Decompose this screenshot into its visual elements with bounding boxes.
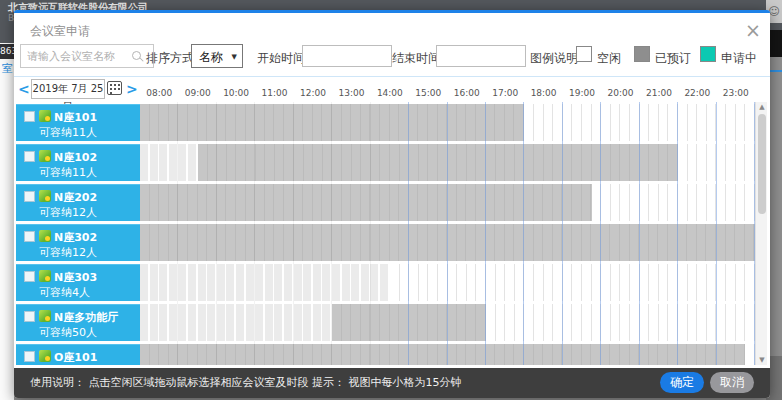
room-capacity: 可容纳4人 — [39, 285, 90, 300]
left-badge: 863 — [0, 44, 14, 59]
sort-select-value: 名称 — [199, 50, 223, 64]
time-label: 10:00 — [217, 88, 255, 101]
room-capacity: 可容纳11人 — [39, 165, 97, 180]
legend-label: 图例说明: — [530, 50, 582, 67]
booked-block — [332, 304, 486, 341]
scroll-down-icon[interactable]: ▼ — [756, 356, 768, 364]
footer-instructions: 使用说明： 点击空闲区域拖动鼠标选择相应会议室及时段 提示： 视图中每小格为15… — [30, 368, 462, 398]
time-label: 18:00 — [524, 88, 562, 101]
time-label: 09:00 — [178, 88, 216, 101]
legend-applying-label: 申请中 — [721, 50, 757, 67]
date-field[interactable]: 2019年 7月 25日 — [31, 79, 105, 99]
cancel-button[interactable]: 取消 — [710, 372, 754, 393]
room-item[interactable]: N座多功能厅可容纳50人 — [16, 304, 140, 341]
room-name: N座303 — [54, 270, 97, 285]
legend-booked-swatch — [634, 46, 650, 62]
dialog-title: 会议室申请 — [30, 23, 90, 40]
room-checkbox[interactable] — [24, 191, 35, 202]
room-icon — [39, 270, 51, 282]
time-label: 17:00 — [486, 88, 524, 101]
legend-free-label: 空闲 — [597, 50, 621, 67]
room-icon — [39, 110, 51, 122]
booked-block — [140, 344, 745, 365]
time-label: 21:00 — [640, 88, 678, 101]
chevron-down-icon: ▼ — [232, 45, 237, 69]
scroll-up-icon[interactable]: ▲ — [756, 103, 768, 111]
time-label: 11:00 — [255, 88, 293, 101]
room-checkbox[interactable] — [24, 311, 35, 322]
start-time-input[interactable] — [302, 45, 392, 67]
left-link[interactable]: 室 — [2, 61, 13, 76]
room-icon — [39, 350, 51, 362]
room-item[interactable]: N座303可容纳4人 — [16, 264, 140, 301]
schedule-row[interactable] — [140, 224, 755, 261]
legend-applying-swatch — [700, 46, 716, 62]
time-label: 12:00 — [294, 88, 332, 101]
room-name: O座101 — [54, 350, 97, 365]
next-day-button[interactable]: > — [126, 80, 138, 98]
free-future-cells[interactable] — [390, 264, 755, 301]
room-capacity: 可容纳50人 — [39, 325, 97, 340]
time-label: 19:00 — [563, 88, 601, 101]
schedule-row[interactable] — [140, 304, 755, 341]
room-checkbox[interactable] — [24, 351, 35, 362]
time-label: 20:00 — [601, 88, 639, 101]
free-past-cells[interactable] — [140, 264, 390, 301]
time-label: 23:00 — [717, 88, 755, 101]
room-checkbox[interactable] — [24, 111, 35, 122]
scrollbar-thumb[interactable] — [758, 114, 766, 214]
room-icon — [39, 190, 51, 202]
sort-select[interactable]: 名称 ▼ — [191, 44, 243, 68]
room-name: N座102 — [54, 150, 97, 165]
room-capacity: 可容纳12人 — [39, 245, 97, 260]
schedule-row[interactable] — [140, 344, 755, 365]
room-checkbox[interactable] — [24, 151, 35, 162]
room-icon — [39, 230, 51, 242]
room-capacity: 可容纳12人 — [39, 205, 97, 220]
page-blue-edge — [770, 70, 782, 72]
room-item[interactable]: O座101 — [16, 344, 140, 365]
booked-block — [198, 144, 678, 181]
booked-block — [140, 184, 592, 221]
end-time-input[interactable] — [436, 45, 526, 67]
prev-day-button[interactable]: < — [18, 80, 30, 98]
time-header: 08:0009:0010:0011:0012:0013:0014:0015:00… — [140, 88, 755, 101]
room-name: N座202 — [54, 190, 97, 205]
schedule-row[interactable] — [140, 264, 755, 301]
toolbar-divider — [14, 76, 770, 77]
room-name: N座101 — [54, 110, 97, 125]
schedule-row[interactable] — [140, 144, 755, 181]
close-icon[interactable]: × — [745, 20, 761, 40]
legend-booked-label: 已预订 — [655, 50, 691, 67]
room-icon — [39, 150, 51, 162]
scrollbar[interactable]: ▲ ▼ — [755, 102, 767, 365]
room-capacity: 可容纳11人 — [39, 125, 97, 140]
ok-button[interactable]: 确定 — [660, 372, 704, 393]
legend-free-swatch — [576, 46, 592, 62]
booked-block — [140, 224, 755, 261]
room-item[interactable]: N座101可容纳11人 — [16, 104, 140, 141]
room-item[interactable]: N座302可容纳12人 — [16, 224, 140, 261]
dialog-accent-bar — [14, 10, 770, 13]
calendar-icon[interactable] — [107, 81, 122, 95]
schedule-grid[interactable] — [140, 102, 755, 365]
page-left-strip — [0, 43, 14, 400]
room-icon — [39, 310, 51, 322]
booked-block — [140, 104, 524, 141]
schedule-row[interactable] — [140, 104, 755, 141]
room-checkbox[interactable] — [24, 271, 35, 282]
time-label: 14:00 — [371, 88, 409, 101]
grid-rows — [140, 104, 755, 365]
room-item[interactable]: N座202可容纳12人 — [16, 184, 140, 221]
dialog-footer: 使用说明： 点击空闲区域拖动鼠标选择相应会议室及时段 提示： 视图中每小格为15… — [14, 368, 770, 398]
time-label: 13:00 — [332, 88, 370, 101]
schedule-row[interactable] — [140, 184, 755, 221]
time-label: 22:00 — [678, 88, 716, 101]
room-list: N座101可容纳11人N座102可容纳11人N座202可容纳12人N座302可容… — [16, 104, 140, 365]
time-label: 16:00 — [448, 88, 486, 101]
meeting-room-dialog: 会议室申请 × 排序方式: 名称 ▼ 开始时间: 结束时间: 图例说明: 空闲 … — [14, 10, 770, 398]
room-checkbox[interactable] — [24, 231, 35, 242]
room-name: N座多功能厅 — [54, 310, 118, 325]
room-item[interactable]: N座102可容纳11人 — [16, 144, 140, 181]
room-name: N座302 — [54, 230, 97, 245]
